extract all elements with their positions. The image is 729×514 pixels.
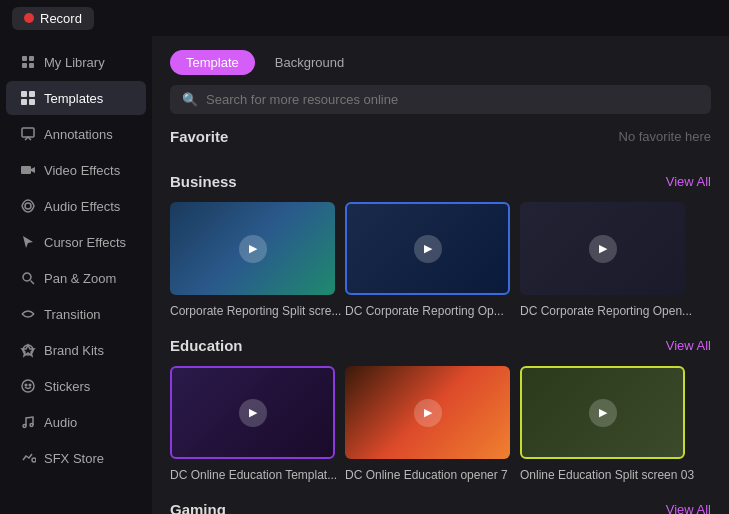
- favorite-header: Favorite No favorite here: [170, 128, 711, 145]
- svg-point-14: [22, 380, 34, 392]
- template-label: DC Online Education opener 7: [345, 468, 508, 482]
- template-card[interactable]: ▶ DC Corporate Reporting Open...: [520, 202, 685, 319]
- gaming-title: Gaming: [170, 501, 226, 514]
- education-section: Education View All ▶ DC Online Education…: [152, 337, 729, 501]
- sfx-icon: [20, 450, 36, 466]
- svg-point-19: [32, 458, 36, 462]
- sidebar-item-label: My Library: [44, 55, 105, 70]
- education-grid: ▶ DC Online Education Templat... ▶ DC On…: [170, 366, 711, 483]
- sticker-icon: [20, 378, 36, 394]
- record-label: Record: [40, 11, 82, 26]
- grid-icon: [20, 90, 36, 106]
- business-title: Business: [170, 173, 237, 190]
- template-card[interactable]: ▶ DC Online Education Templat...: [170, 366, 335, 483]
- content-area: Template Background 🔍 Favorite No favori…: [152, 36, 729, 514]
- sidebar-item-label: Audio Effects: [44, 199, 120, 214]
- sidebar-item-label: Brand Kits: [44, 343, 104, 358]
- sidebar-item-pan-zoom[interactable]: Pan & Zoom: [6, 261, 146, 295]
- svg-point-17: [23, 425, 26, 428]
- app-header: Record: [0, 0, 729, 36]
- play-button[interactable]: ▶: [414, 399, 442, 427]
- svg-rect-1: [29, 56, 34, 61]
- sidebar-item-stickers[interactable]: Stickers: [6, 369, 146, 403]
- sidebar-item-my-library[interactable]: My Library: [6, 45, 146, 79]
- sidebar-item-templates[interactable]: Templates: [6, 81, 146, 115]
- play-button[interactable]: ▶: [589, 235, 617, 263]
- svg-rect-3: [29, 63, 34, 68]
- favorite-empty: No favorite here: [619, 129, 712, 144]
- svg-point-16: [29, 384, 31, 386]
- sidebar-item-cursor-effects[interactable]: Cursor Effects: [6, 225, 146, 259]
- search-input[interactable]: [206, 92, 699, 107]
- sidebar-item-label: Transition: [44, 307, 101, 322]
- template-label: DC Corporate Reporting Open...: [520, 304, 692, 318]
- record-indicator: [24, 13, 34, 23]
- svg-rect-4: [21, 91, 27, 97]
- sidebar-item-audio[interactable]: Audio: [6, 405, 146, 439]
- template-label: DC Corporate Reporting Op...: [345, 304, 504, 318]
- svg-point-10: [25, 203, 31, 209]
- sidebar-item-label: SFX Store: [44, 451, 104, 466]
- gaming-view-all[interactable]: View All: [666, 502, 711, 514]
- search-bar: 🔍: [170, 85, 711, 114]
- library-icon: [20, 54, 36, 70]
- sidebar-item-label: Pan & Zoom: [44, 271, 116, 286]
- sidebar-item-video-effects[interactable]: Video Effects: [6, 153, 146, 187]
- sidebar: My Library Templates Annotations Video E…: [0, 36, 152, 514]
- svg-rect-6: [21, 99, 27, 105]
- play-button[interactable]: ▶: [414, 235, 442, 263]
- svg-rect-9: [21, 166, 31, 174]
- sidebar-item-audio-effects[interactable]: Audio Effects: [6, 189, 146, 223]
- template-card[interactable]: ▶ DC Online Education opener 7: [345, 366, 510, 483]
- sidebar-item-label: Audio: [44, 415, 77, 430]
- sidebar-item-transition[interactable]: Transition: [6, 297, 146, 331]
- music-icon: [20, 414, 36, 430]
- business-header: Business View All: [170, 173, 711, 190]
- favorite-section: Favorite No favorite here: [152, 128, 729, 173]
- sidebar-item-brand-kits[interactable]: Brand Kits: [6, 333, 146, 367]
- play-button[interactable]: ▶: [239, 399, 267, 427]
- sidebar-item-annotations[interactable]: Annotations: [6, 117, 146, 151]
- tab-bar: Template Background: [152, 36, 729, 85]
- play-button[interactable]: ▶: [589, 399, 617, 427]
- gaming-header: Gaming View All: [170, 501, 711, 514]
- tab-background[interactable]: Background: [259, 50, 360, 75]
- video-icon: [20, 162, 36, 178]
- svg-point-15: [25, 384, 27, 386]
- zoom-icon: [20, 270, 36, 286]
- sidebar-item-label: Templates: [44, 91, 103, 106]
- sidebar-item-label: Stickers: [44, 379, 90, 394]
- tab-template[interactable]: Template: [170, 50, 255, 75]
- svg-point-18: [30, 424, 33, 427]
- favorite-title: Favorite: [170, 128, 228, 145]
- sidebar-item-label: Cursor Effects: [44, 235, 126, 250]
- template-card[interactable]: ▶ DC Corporate Reporting Op...: [345, 202, 510, 319]
- svg-rect-7: [29, 99, 35, 105]
- template-thumbnail: ▶: [345, 366, 510, 459]
- record-button[interactable]: Record: [12, 7, 94, 30]
- sidebar-item-label: Annotations: [44, 127, 113, 142]
- cursor-icon: [20, 234, 36, 250]
- brand-icon: [20, 342, 36, 358]
- education-view-all[interactable]: View All: [666, 338, 711, 353]
- template-thumbnail: ▶: [520, 202, 685, 295]
- education-title: Education: [170, 337, 243, 354]
- template-card[interactable]: ▶ Corporate Reporting Split scre...: [170, 202, 335, 319]
- svg-rect-0: [22, 56, 27, 61]
- business-grid: ▶ Corporate Reporting Split scre... ▶ DC…: [170, 202, 711, 319]
- business-section: Business View All ▶ Corporate Reporting …: [152, 173, 729, 337]
- audio-icon: [20, 198, 36, 214]
- gaming-section: Gaming View All ▶ Gaming Template 1 ▶ Ga…: [152, 501, 729, 514]
- template-thumbnail: ▶: [520, 366, 685, 459]
- svg-line-12: [31, 281, 35, 285]
- template-thumbnail: ▶: [170, 366, 335, 459]
- svg-point-11: [23, 273, 31, 281]
- business-view-all[interactable]: View All: [666, 174, 711, 189]
- template-label: Online Education Split screen 03: [520, 468, 694, 482]
- play-button[interactable]: ▶: [239, 235, 267, 263]
- sidebar-item-sfx-store[interactable]: SFX Store: [6, 441, 146, 475]
- svg-rect-8: [22, 128, 34, 137]
- svg-rect-2: [22, 63, 27, 68]
- template-card[interactable]: ▶ Online Education Split screen 03: [520, 366, 685, 483]
- education-header: Education View All: [170, 337, 711, 354]
